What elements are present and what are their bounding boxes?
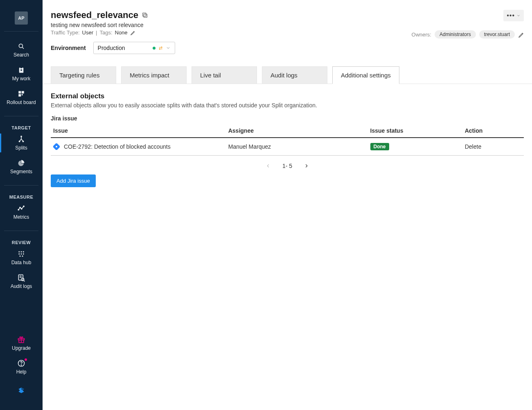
svg-point-18 [23, 251, 24, 252]
sidebar-item-mywork[interactable]: My work [0, 62, 43, 86]
sidebar-item-label: Segments [10, 169, 32, 174]
col-issue: Issue [51, 124, 226, 138]
svg-rect-6 [22, 91, 24, 93]
col-assignee: Assignee [226, 124, 368, 138]
notification-dot-icon [25, 358, 27, 361]
jira-icon [53, 143, 60, 150]
environment-value: Production [98, 45, 125, 51]
sidebar-item-upgrade[interactable]: Upgrade [0, 331, 43, 355]
svg-line-28 [24, 281, 25, 282]
delete-link[interactable]: Delete [465, 143, 481, 150]
avatar[interactable]: AP [15, 11, 28, 25]
divider [4, 231, 38, 231]
pager-prev[interactable] [264, 161, 273, 170]
sidebar-item-segments[interactable]: Segments [0, 155, 43, 179]
assignee-value: Manuel Marquez [226, 138, 368, 156]
sidebar-item-label: Data hub [11, 260, 32, 265]
sidebar-item-metrics[interactable]: Metrics [0, 200, 43, 224]
svg-rect-5 [18, 91, 21, 93]
sidebar-heading-measure: MEASURE [9, 195, 34, 199]
metrics-icon [17, 204, 25, 213]
environment-label: Environment [51, 45, 86, 51]
sidebar-item-label: Search [14, 52, 29, 58]
issue-title[interactable]: COE-2792: Detection of blocked accounts [64, 143, 171, 150]
owner-pill[interactable]: trevor.stuart [479, 30, 515, 39]
divider [4, 185, 38, 186]
svg-point-19 [18, 254, 20, 255]
gift-icon [17, 335, 25, 344]
sidebar-heading-target: TARGET [11, 125, 31, 130]
copy-icon[interactable] [142, 12, 148, 18]
tab-audit-logs[interactable]: Audit logs [262, 66, 327, 84]
tags-value: None [115, 29, 128, 36]
svg-point-33 [21, 365, 21, 365]
svg-point-9 [21, 136, 22, 137]
splits-icon [17, 135, 25, 143]
meta-separator: | [96, 29, 97, 36]
svg-rect-34 [144, 14, 147, 17]
sidebar-item-splits[interactable]: Splits [0, 131, 43, 155]
sidebar-logo[interactable] [0, 379, 43, 399]
pager: 1- 5 [51, 161, 524, 170]
sidebar-item-label: Rollout board [7, 100, 36, 105]
svg-point-20 [21, 254, 22, 255]
subsection-title: Jira issue [51, 115, 524, 122]
divider [4, 116, 38, 116]
tab-live-tail[interactable]: Live tail [192, 66, 257, 84]
tab-targeting-rules[interactable]: Targeting rules [51, 66, 116, 84]
sidebar-item-label: Audit logs [11, 283, 32, 289]
pager-range: 1- 5 [282, 163, 292, 169]
tags-label: Tags: [99, 29, 112, 36]
sidebar-item-datahub[interactable]: Data hub [0, 246, 43, 270]
svg-point-21 [23, 254, 24, 255]
status-dot-icon [153, 47, 156, 50]
edit-owners-icon[interactable] [518, 32, 524, 37]
more-actions-button[interactable]: ••• [503, 10, 524, 21]
segments-icon [17, 159, 25, 167]
page-title: newsfeed_relevance [51, 10, 138, 20]
chevron-down-icon [516, 14, 521, 18]
pager-next[interactable] [302, 161, 311, 170]
sidebar-item-label: My work [12, 76, 31, 82]
environment-select[interactable]: Production ⇄ [93, 42, 175, 54]
status-badge: Done [370, 143, 389, 150]
divider [4, 31, 38, 32]
header: newsfeed_relevance testing new newsfeed … [43, 0, 532, 59]
svg-point-14 [21, 208, 22, 209]
sidebar-item-label: Help [16, 369, 27, 375]
tab-content: External objects External objects allow … [43, 84, 532, 195]
svg-point-0 [19, 44, 23, 48]
svg-point-13 [20, 207, 20, 208]
chevron-down-icon [166, 45, 171, 50]
svg-point-4 [20, 69, 22, 71]
add-jira-issue-button[interactable]: Add Jira issue [51, 174, 96, 187]
svg-rect-3 [20, 67, 23, 68]
main-content: newsfeed_relevance testing new newsfeed … [43, 0, 532, 410]
sidebar-item-label: Splits [15, 145, 27, 151]
page-subtitle: testing new newsfeed sort relevance [51, 22, 148, 28]
svg-point-12 [18, 209, 19, 210]
col-status: Issue status [368, 124, 462, 138]
svg-rect-7 [18, 94, 21, 97]
svg-point-22 [20, 256, 21, 257]
grid-icon [17, 90, 25, 98]
owner-pill[interactable]: Administrators [435, 30, 476, 39]
traffic-type-value: User [82, 29, 93, 36]
datahub-icon [17, 250, 25, 258]
ellipsis-icon: ••• [507, 12, 515, 19]
sidebar-item-rollout[interactable]: Rollout board [0, 86, 43, 109]
tab-additional-settings[interactable]: Additional settings [332, 66, 399, 84]
sidebar-item-auditlogs[interactable]: Audit logs [0, 270, 43, 293]
svg-point-17 [21, 251, 22, 252]
tab-metrics-impact[interactable]: Metrics impact [121, 66, 187, 84]
sidebar-item-label: Upgrade [12, 345, 31, 351]
svg-line-1 [22, 47, 24, 49]
sidebar-item-search[interactable]: Search [0, 38, 43, 62]
edit-tags-icon[interactable] [130, 30, 136, 36]
split-logo-icon [17, 386, 25, 394]
sidebar-item-help[interactable]: Help [0, 355, 43, 379]
col-action: Action [462, 124, 524, 138]
svg-point-37 [56, 146, 57, 147]
section-description: External objects allow you to easily ass… [51, 102, 524, 109]
auditlogs-icon [17, 274, 25, 282]
